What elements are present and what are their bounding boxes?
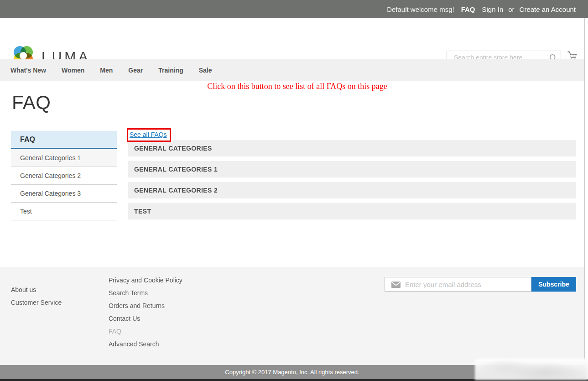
subscribe-button[interactable]: Subscribe — [531, 277, 576, 292]
footer: About us Customer Service Privacy and Co… — [0, 267, 584, 365]
accordion-section-test[interactable]: TEST — [128, 203, 576, 219]
footer-column-1: About us Customer Service — [11, 286, 62, 312]
accordion-section-general-categories-1[interactable]: GENERAL CATEGORIES 1 — [128, 161, 576, 177]
welcome-message: Default welcome msg! — [387, 5, 454, 13]
footer-link-faq: FAQ — [109, 328, 182, 340]
see-all-faqs-highlight-box: See all FAQs — [127, 128, 171, 142]
sidebar-item-faq[interactable]: FAQ — [11, 131, 117, 149]
sidebar-item-general-categories-3[interactable]: General Categories 3 — [11, 185, 117, 203]
accordion-section-general-categories-2[interactable]: GENERAL CATEGORIES 2 — [128, 182, 576, 198]
newsletter-email-input[interactable] — [385, 277, 531, 291]
top-or-text: or — [508, 5, 514, 13]
top-link-faq[interactable]: FAQ — [461, 5, 475, 13]
annotation-text: Click on this button to see list of all … — [0, 82, 588, 91]
footer-link-customer-service[interactable]: Customer Service — [11, 299, 62, 312]
faq-sidebar: FAQ General Categories 1 General Categor… — [11, 131, 117, 220]
nav-item-whats-new[interactable]: What's New — [3, 67, 54, 74]
footer-link-privacy-policy[interactable]: Privacy and Cookie Policy — [109, 277, 182, 289]
page-title: FAQ — [12, 92, 51, 114]
scrollbar-gutter[interactable] — [584, 18, 588, 379]
footer-link-orders-returns[interactable]: Orders and Returns — [109, 302, 182, 315]
envelope-icon — [391, 282, 401, 290]
footer-link-about-us[interactable]: About us — [11, 286, 62, 299]
sidebar-item-general-categories-1[interactable]: General Categories 1 — [11, 149, 117, 167]
faq-page: Default welcome msg! FAQ Sign In or Crea… — [0, 0, 588, 381]
footer-link-advanced-search[interactable]: Advanced Search — [109, 340, 182, 353]
sidebar-item-general-categories-2[interactable]: General Categories 2 — [11, 167, 117, 185]
faq-accordion: GENERAL CATEGORIES GENERAL CATEGORIES 1 … — [128, 140, 576, 224]
nav-item-training[interactable]: Training — [151, 67, 191, 74]
footer-column-2: Privacy and Cookie Policy Search Terms O… — [109, 277, 182, 353]
nav-item-gear[interactable]: Gear — [120, 67, 151, 74]
nav-item-men[interactable]: Men — [92, 67, 120, 74]
nav-item-women[interactable]: Women — [54, 67, 92, 74]
sidebar-item-test[interactable]: Test — [11, 203, 117, 220]
nav-item-sale[interactable]: Sale — [191, 67, 220, 74]
newsletter-field — [385, 277, 531, 292]
newsletter: Subscribe — [385, 277, 576, 292]
top-panel: Default welcome msg! FAQ Sign In or Crea… — [0, 0, 588, 18]
main-nav: What's New Women Men Gear Training Sale — [0, 59, 584, 81]
accordion-section-general-categories[interactable]: GENERAL CATEGORIES — [128, 140, 576, 157]
see-all-faqs-link[interactable]: See all FAQs — [130, 131, 167, 138]
top-link-create-account[interactable]: Create an Account — [520, 5, 576, 13]
footer-link-contact-us[interactable]: Contact Us — [109, 315, 182, 328]
top-link-sign-in[interactable]: Sign In — [482, 5, 504, 13]
blurred-watermark-smudge — [475, 359, 588, 380]
footer-link-search-terms[interactable]: Search Terms — [109, 289, 182, 302]
header: LUMA — [0, 18, 584, 59]
copyright-text: Copyright © 2017 Magento, Inc. All right… — [225, 369, 359, 376]
